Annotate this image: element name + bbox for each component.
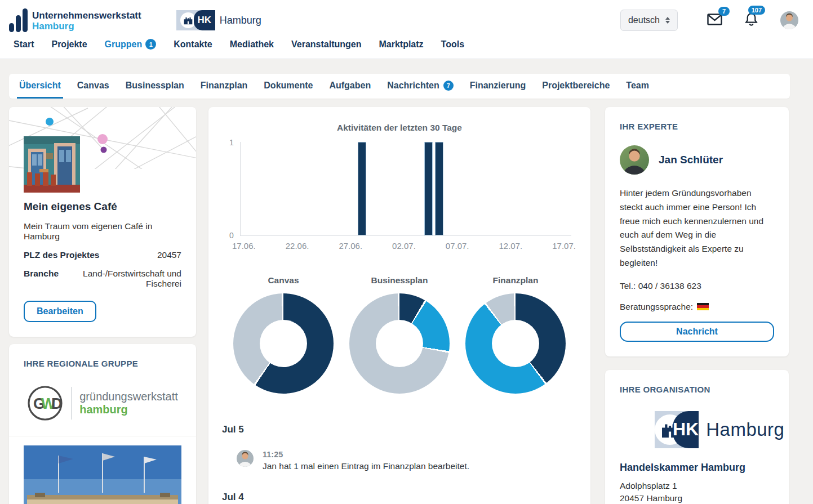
project-field-branche: Branche Land-/Forstwirtschaft und Fische…	[24, 269, 181, 289]
hk-monogram: HK	[673, 411, 699, 448]
chevron-updown-icon	[665, 17, 670, 24]
tab-businessplan[interactable]: Businessplan	[123, 74, 186, 99]
project-thumbnail-image	[24, 136, 80, 193]
project-description: Mein Traum vom eigenen Café in Hamburg	[24, 221, 181, 242]
messages-button[interactable]: 7	[707, 14, 722, 28]
tab-dokumente[interactable]: Dokumente	[261, 74, 315, 99]
hk-hamburg-logo[interactable]: HK Hamburg	[176, 10, 261, 30]
nav-item-veranstaltungen[interactable]: Veranstaltungen	[291, 39, 361, 50]
donut-title: Businessplan	[349, 275, 450, 286]
tab-label: Finanzierung	[470, 81, 526, 91]
tab-finanzplan[interactable]: Finanzplan	[198, 74, 250, 99]
group-building-photo	[24, 445, 181, 504]
organisation-heading: IHRE ORGANISATION	[620, 385, 774, 394]
expert-avatar[interactable]	[620, 145, 649, 175]
expert-card: IHR EXPERTE Jan Schlüter Hinter jedem Gr…	[605, 107, 789, 356]
german-flag-icon	[697, 303, 709, 310]
language-value: deutsch	[628, 15, 660, 25]
language-select[interactable]: deutsch	[620, 10, 678, 31]
app-logo[interactable]: Unternehmenswerkstatt Hamburg	[9, 8, 141, 32]
expert-bio: Hinter jedem Gründungsvorhaben steckt au…	[620, 186, 774, 270]
x-axis-tick: 07.07.	[446, 241, 469, 251]
activity-x-axis: 17.06.22.06.27.06.02.07.07.07.12.07.17.0…	[232, 241, 576, 251]
edit-project-button[interactable]: Bearbeiten	[24, 301, 96, 322]
feed-entry-body: 11:25Jan hat 1 mal einen Eintrag im Fina…	[263, 450, 469, 471]
brand-title: Unternehmenswerkstatt	[32, 10, 141, 21]
tab-label: Team	[626, 81, 649, 91]
organisation-name: Handelskammer Hamburg	[620, 462, 774, 474]
left-column: Mein eigenes Café Mein Traum vom eigenen…	[9, 107, 196, 504]
feed-date: Jul 5	[222, 424, 577, 435]
tab-team[interactable]: Team	[624, 74, 651, 99]
brand-subtitle: Hamburg	[32, 21, 141, 32]
feed-entry-text: Jan hat 1 mal einen Eintrag im Finanzpla…	[263, 461, 469, 471]
x-axis-tick: 12.07.	[499, 241, 523, 251]
tab-übersicht[interactable]: Übersicht	[17, 74, 63, 99]
message-expert-button[interactable]: Nachricht	[620, 322, 774, 342]
app-window: Unternehmenswerkstatt Hamburg HK Hamburg…	[0, 0, 813, 504]
tab-label: Dokumente	[264, 81, 313, 91]
tab-finanzierung[interactable]: Finanzierung	[468, 74, 528, 99]
tab-aufgaben[interactable]: Aufgaben	[327, 74, 373, 99]
donut-canvas: Canvas	[233, 275, 334, 394]
feed-date: Jul 4	[222, 492, 577, 503]
notification-badge: 107	[748, 6, 765, 15]
donut-hole	[376, 320, 423, 367]
feed-entry-time: 11:25	[263, 450, 469, 459]
tab-label: Projektbereiche	[542, 81, 610, 91]
project-tabbar: ÜbersichtCanvasBusinessplanFinanzplanDok…	[9, 74, 790, 99]
app-header: Unternehmenswerkstatt Hamburg HK Hamburg…	[0, 0, 813, 59]
tab-label: Canvas	[77, 81, 109, 91]
field-value: Land-/Forstwirtschaft und Fischerei	[64, 269, 181, 289]
project-field-plz: PLZ des Projektes 20457	[24, 250, 181, 260]
notifications-button[interactable]: 107	[745, 12, 758, 29]
project-card: Mein eigenes Café Mein Traum vom eigenen…	[9, 107, 196, 337]
nav-item-projekte[interactable]: Projekte	[51, 39, 87, 50]
hk-wordmark: Hamburg	[706, 419, 784, 440]
nav-item-marktplatz[interactable]: Marktplatz	[379, 39, 423, 50]
donut-chart	[465, 293, 566, 394]
nav-item-kontakte[interactable]: Kontakte	[174, 39, 212, 50]
expert-name: Jan Schlüter	[659, 154, 723, 166]
activity-bar	[424, 142, 433, 235]
nav-item-label: Veranstaltungen	[291, 39, 361, 50]
donut-businessplan: Businessplan	[349, 275, 450, 394]
organisation-card: IHRE ORGANISATION HK Hamburg Handelskamm…	[605, 370, 789, 504]
field-label: Branche	[24, 269, 59, 289]
user-avatar[interactable]	[780, 11, 798, 29]
x-axis-tick: 22.06.	[286, 241, 309, 251]
field-value: 20457	[157, 250, 181, 260]
donut-finanzplan: Finanzplan	[465, 275, 566, 394]
organisation-logo: HK Hamburg	[655, 411, 774, 448]
gruendungswerkstatt-logo[interactable]: G W D gründungswerkstatt hamburg	[24, 385, 181, 421]
field-label: PLZ des Projektes	[24, 250, 99, 260]
gwd-wordmark-line2: hamburg	[79, 403, 178, 416]
expert-phone: Tel.: 040 / 36138 623	[620, 281, 774, 291]
organisation-address-line1: Adolphsplatz 1	[620, 480, 774, 492]
tab-label: Finanzplan	[201, 81, 248, 91]
nav-item-badge: 1	[145, 39, 156, 50]
tab-label: Übersicht	[19, 81, 61, 91]
activity-plot: 10	[240, 142, 571, 236]
nav-item-label: Mediathek	[230, 39, 274, 50]
activity-feed: Jul 511:25Jan hat 1 mal einen Eintrag im…	[222, 424, 577, 503]
feed-avatar[interactable]	[237, 450, 254, 467]
nav-item-start[interactable]: Start	[14, 39, 34, 50]
consulting-language-label: Beratungssprache:	[620, 302, 693, 312]
nav-item-tools[interactable]: Tools	[441, 39, 464, 50]
right-column: IHR EXPERTE Jan Schlüter Hinter jedem Gr…	[605, 107, 789, 504]
hk-wordmark: Hamburg	[220, 15, 261, 26]
regional-group-card: IHRE REGIONALE GRUPPE G W D gründungswer…	[9, 344, 196, 504]
y-axis-tick: 0	[229, 231, 234, 240]
project-title: Mein eigenes Café	[24, 200, 181, 213]
nav-item-gruppen[interactable]: Gruppen1	[105, 39, 157, 50]
organisation-address-line2: 20457 Hamburg	[620, 492, 774, 504]
donut-chart	[233, 293, 334, 394]
nav-item-mediathek[interactable]: Mediathek	[230, 39, 274, 50]
tab-canvas[interactable]: Canvas	[75, 74, 112, 99]
nav-item-label: Kontakte	[174, 39, 212, 50]
tab-nachrichten[interactable]: Nachrichten7	[385, 74, 455, 99]
activity-chart-title: Aktivitäten der letzten 30 Tage	[222, 123, 577, 133]
tab-projektbereiche[interactable]: Projektbereiche	[540, 74, 612, 99]
nav-item-label: Projekte	[51, 39, 87, 50]
